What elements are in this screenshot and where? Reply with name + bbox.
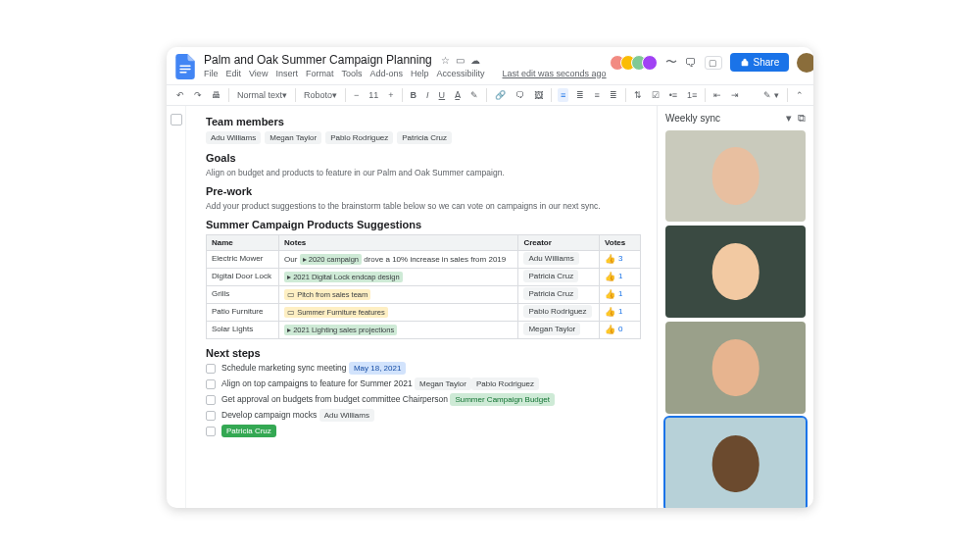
menu-help[interactable]: Help: [411, 69, 429, 78]
account-avatar[interactable]: [797, 53, 813, 73]
cell-votes[interactable]: 👍3: [600, 250, 641, 268]
menu-edit[interactable]: Edit: [226, 69, 242, 78]
checklist-item[interactable]: Schedule marketing sync meeting May 18, …: [206, 363, 641, 374]
thumbs-up-icon[interactable]: 👍: [605, 289, 615, 299]
note-chip[interactable]: ▭ Summer Furniture features: [284, 307, 388, 318]
link-icon[interactable]: 🔗: [493, 88, 508, 102]
checklist-item[interactable]: Patricia Cruz: [206, 426, 641, 436]
image-icon[interactable]: 🖼: [532, 88, 545, 102]
person-chip[interactable]: Megan Taylor: [265, 131, 321, 144]
person-chip[interactable]: Adu Williams: [523, 252, 578, 265]
menu-tools[interactable]: Tools: [341, 69, 362, 78]
activity-icon[interactable]: 〜: [665, 54, 677, 71]
align-left-icon[interactable]: ≡: [558, 88, 568, 102]
indent-inc-icon[interactable]: ⇥: [729, 88, 741, 102]
note-chip[interactable]: ▸ 2020 campaign: [300, 254, 362, 265]
menu-insert[interactable]: Insert: [275, 69, 298, 78]
video-tile[interactable]: [665, 418, 806, 507]
underline-icon[interactable]: U: [437, 88, 448, 102]
person-chip[interactable]: Patricia Cruz: [523, 270, 578, 282]
align-right-icon[interactable]: ≡: [592, 88, 601, 102]
inline-chip[interactable]: Adu Williams: [319, 409, 374, 422]
font-size-inc[interactable]: +: [386, 88, 395, 102]
numbered-list-icon[interactable]: 1≡: [685, 88, 699, 102]
font-size-dec[interactable]: −: [352, 88, 361, 102]
font-select[interactable]: Roboto ▾: [302, 88, 339, 102]
note-chip[interactable]: ▭ Pitch from sales team: [284, 289, 370, 300]
thumbs-up-icon[interactable]: 👍: [605, 272, 615, 281]
text-color-icon[interactable]: A̲: [453, 88, 463, 102]
person-chip[interactable]: Patricia Cruz: [523, 287, 578, 300]
checkbox[interactable]: [206, 364, 216, 374]
line-spacing-icon[interactable]: ⇅: [632, 88, 644, 102]
table-row[interactable]: Grills▭ Pitch from sales teamPatricia Cr…: [207, 285, 641, 303]
video-tile[interactable]: [665, 322, 806, 414]
print-icon[interactable]: 🖶: [210, 88, 222, 102]
present-button[interactable]: ▢: [705, 56, 722, 70]
collaborator-avatars[interactable]: [614, 55, 658, 71]
checkbox[interactable]: [206, 427, 216, 436]
share-button[interactable]: Share: [730, 53, 790, 72]
thumbs-up-icon[interactable]: 👍: [605, 254, 615, 264]
inline-chip[interactable]: Summer Campaign Budget: [450, 393, 555, 406]
align-justify-icon[interactable]: ≣: [608, 88, 619, 102]
checklist-item[interactable]: Get approval on budgets from budget comm…: [206, 394, 641, 405]
expand-up-icon[interactable]: ⌃: [794, 88, 806, 102]
person-chip[interactable]: Pablo Rodriguez: [325, 131, 393, 144]
menu-format[interactable]: Format: [306, 69, 334, 78]
comment-icon[interactable]: 🗨: [514, 88, 526, 102]
video-tile[interactable]: [665, 226, 806, 318]
checkbox[interactable]: [206, 395, 216, 405]
paragraph-style-select[interactable]: Normal text ▾: [235, 88, 289, 102]
move-icon[interactable]: ▭: [456, 55, 465, 66]
checkbox[interactable]: [206, 379, 216, 389]
menu-view[interactable]: View: [249, 69, 268, 78]
align-center-icon[interactable]: ≣: [574, 88, 586, 102]
person-chip[interactable]: Pablo Rodriguez: [523, 305, 591, 318]
bulleted-list-icon[interactable]: •≡: [667, 88, 679, 102]
docs-logo-icon[interactable]: [174, 53, 196, 80]
outline-toggle-icon[interactable]: [171, 114, 182, 126]
comments-icon[interactable]: 🗨: [685, 56, 697, 70]
cell-votes[interactable]: 👍1: [600, 303, 641, 321]
table-row[interactable]: Electric MowerOur ▸ 2020 campaign drove …: [207, 250, 641, 268]
inline-chip[interactable]: Megan Taylor: [415, 378, 471, 390]
font-size-input[interactable]: 11: [367, 88, 380, 102]
inline-chip[interactable]: May 18, 2021: [349, 362, 406, 375]
table-row[interactable]: Solar Lights▸ 2021 Lighting sales projec…: [207, 321, 641, 338]
menu-accessibility[interactable]: Accessibility: [436, 69, 484, 78]
menu-addons[interactable]: Add-ons: [369, 69, 403, 78]
person-chip[interactable]: Megan Taylor: [523, 323, 580, 335]
bold-icon[interactable]: B: [409, 88, 419, 102]
cloud-status-icon[interactable]: ☁: [470, 55, 480, 66]
thumbs-up-icon[interactable]: 👍: [605, 307, 615, 317]
editing-mode-icon[interactable]: ✎ ▾: [761, 88, 781, 102]
star-icon[interactable]: ☆: [441, 55, 450, 66]
undo-icon[interactable]: ↶: [174, 88, 186, 102]
redo-icon[interactable]: ↷: [192, 88, 204, 102]
inline-chip[interactable]: Patricia Cruz: [221, 425, 276, 437]
checklist-item[interactable]: Develop campaign mocks Adu Williams: [206, 410, 641, 421]
document-title[interactable]: Palm and Oak Summer Campaign Planning: [204, 53, 432, 67]
video-tile[interactable]: [665, 130, 806, 223]
highlight-icon[interactable]: ✎: [468, 88, 480, 102]
checkbox[interactable]: [206, 411, 216, 421]
italic-icon[interactable]: I: [424, 88, 431, 102]
person-chip[interactable]: Adu Williams: [206, 131, 261, 144]
popout-icon[interactable]: ⧉: [798, 112, 806, 125]
thumbs-up-icon[interactable]: 👍: [605, 325, 615, 334]
checklist-icon[interactable]: ☑: [650, 88, 662, 102]
checklist-item[interactable]: Align on top campaigns to feature for Su…: [206, 378, 641, 389]
table-row[interactable]: Patio Furniture▭ Summer Furniture featur…: [207, 303, 641, 321]
document-canvas[interactable]: Team members Adu Williams Megan Taylor P…: [186, 106, 657, 508]
indent-dec-icon[interactable]: ⇤: [711, 88, 723, 102]
last-edit-link[interactable]: Last edit was seconds ago: [503, 69, 607, 78]
chevron-down-icon[interactable]: ▾: [786, 112, 792, 125]
cell-votes[interactable]: 👍1: [600, 268, 641, 285]
cell-votes[interactable]: 👍0: [600, 321, 641, 338]
inline-chip[interactable]: Pablo Rodriguez: [471, 378, 539, 390]
table-row[interactable]: Digital Door Lock▸ 2021 Digital Lock end…: [207, 268, 641, 285]
person-chip[interactable]: Patricia Cruz: [397, 131, 452, 144]
note-chip[interactable]: ▸ 2021 Digital Lock endcap design: [284, 272, 403, 282]
cell-votes[interactable]: 👍1: [600, 285, 641, 303]
